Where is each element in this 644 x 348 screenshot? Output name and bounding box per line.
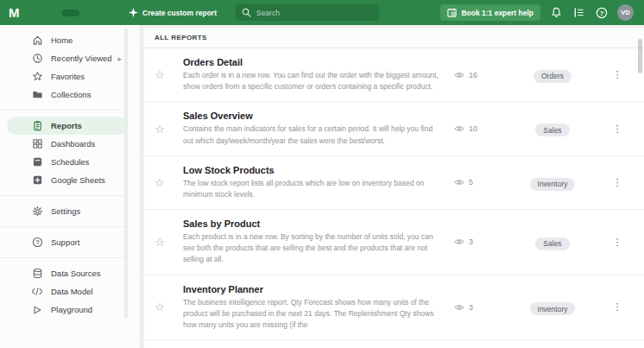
book-expert-help-button[interactable]: Book 1:1 expert help bbox=[440, 4, 540, 21]
kebab-menu-button[interactable]: ⋮ bbox=[597, 237, 637, 248]
google-sheets-icon bbox=[31, 174, 43, 186]
user-avatar[interactable]: VD bbox=[617, 4, 634, 21]
sidebar-item-label: Data Model bbox=[51, 287, 93, 296]
report-tag[interactable]: Orders bbox=[534, 70, 571, 83]
search-input[interactable] bbox=[256, 9, 373, 17]
changelog-icon[interactable] bbox=[572, 6, 585, 19]
sidebar-item[interactable]: Home bbox=[7, 31, 128, 49]
sidebar-item[interactable]: Collections bbox=[7, 85, 128, 104]
eye-icon bbox=[454, 178, 464, 187]
tag-wrap: Inventory bbox=[508, 174, 597, 191]
main-content: ALL REPORTS ☆ Orders Detail Each order i… bbox=[141, 25, 644, 348]
report-description: The business intelligence report. Qty Fo… bbox=[183, 297, 444, 332]
report-row[interactable]: ☆ Inventory by Location Inventory pivote… bbox=[144, 340, 644, 348]
eye-icon bbox=[454, 303, 464, 312]
favorite-star-icon[interactable]: ☆ bbox=[153, 123, 167, 135]
sidebar-divider bbox=[0, 257, 126, 258]
top-nav bbox=[40, 9, 102, 16]
favorite-star-icon[interactable]: ☆ bbox=[153, 301, 167, 313]
sidebar-item-label: Data Sources bbox=[51, 269, 101, 278]
sidebar-divider bbox=[0, 110, 126, 111]
view-count: 3 bbox=[469, 303, 473, 312]
calendar-icon bbox=[447, 8, 457, 17]
kebab-menu-button[interactable]: ⋮ bbox=[597, 301, 637, 313]
sidebar-item[interactable]: Schedules bbox=[7, 153, 128, 171]
app-logo[interactable]: M bbox=[9, 5, 19, 20]
search-box[interactable] bbox=[236, 4, 379, 21]
book-expert-help-label: Book 1:1 expert help bbox=[461, 9, 534, 17]
sidebar-item[interactable]: Playground bbox=[7, 301, 128, 319]
schedules-icon bbox=[31, 156, 43, 168]
top-nav-item[interactable] bbox=[62, 9, 79, 16]
report-text: Inventory Planner The business intellige… bbox=[183, 284, 454, 332]
sidebar-item[interactable]: Settings bbox=[7, 202, 128, 220]
sidebar-item-label: Recently Viewed bbox=[51, 54, 112, 63]
report-row[interactable]: ☆ Sales Overview Contains the main indic… bbox=[144, 102, 644, 155]
code-icon bbox=[31, 286, 43, 297]
report-tag[interactable]: Sales bbox=[535, 237, 569, 250]
help-icon[interactable]: ? bbox=[595, 6, 608, 19]
tag-wrap: Sales bbox=[508, 234, 597, 250]
main-scrollbar-thumb[interactable] bbox=[638, 39, 642, 73]
create-custom-report-button[interactable]: Create custom report bbox=[128, 8, 217, 18]
sidebar-item[interactable]: Data Model bbox=[7, 282, 128, 301]
report-views: 16 bbox=[454, 71, 508, 79]
report-description: Each product is in a new row. By sorting… bbox=[183, 231, 444, 266]
report-tag[interactable]: Inventory bbox=[530, 302, 576, 315]
sidebar-item-label: Home bbox=[51, 35, 73, 45]
reports-panel: ALL REPORTS ☆ Orders Detail Each order i… bbox=[144, 28, 644, 348]
support-help-icon: ? bbox=[31, 237, 43, 248]
favorite-star-icon[interactable]: ☆ bbox=[153, 237, 167, 248]
topbar-right: Book 1:1 expert help ? VD bbox=[440, 4, 634, 21]
top-nav-item[interactable] bbox=[40, 9, 57, 16]
sidebar-item[interactable]: ? Support bbox=[7, 233, 128, 251]
favorite-star-icon[interactable]: ☆ bbox=[153, 177, 167, 188]
top-nav-item[interactable] bbox=[85, 9, 102, 16]
sidebar-item[interactable]: Favorites bbox=[7, 67, 128, 85]
sidebar-item[interactable]: Google Sheets bbox=[7, 171, 128, 189]
report-tag[interactable]: Inventory bbox=[530, 178, 576, 191]
sidebar-item[interactable]: Dashboards bbox=[7, 135, 128, 153]
create-custom-report-label: Create custom report bbox=[142, 9, 217, 17]
sidebar-item[interactable]: Recently Viewed ▸ bbox=[7, 49, 128, 67]
sidebar: Home Recently Viewed ▸ Favorites Collect… bbox=[0, 25, 141, 348]
eye-icon bbox=[454, 71, 464, 79]
sidebar-item-label: Favorites bbox=[51, 72, 85, 81]
report-title[interactable]: Sales Overview bbox=[183, 111, 444, 121]
report-description: The low stock report lists all products … bbox=[183, 178, 444, 200]
report-description: Each order is in a new row. You can find… bbox=[183, 70, 444, 92]
kebab-menu-button[interactable]: ⋮ bbox=[597, 123, 637, 135]
sidebar-item[interactable]: Data Sources bbox=[7, 264, 128, 282]
report-description: Contains the main indicators for sales f… bbox=[183, 123, 444, 146]
view-count: 10 bbox=[469, 124, 477, 133]
eye-icon bbox=[454, 124, 464, 133]
kebab-menu-button[interactable]: ⋮ bbox=[597, 177, 637, 188]
kebab-menu-button[interactable]: ⋮ bbox=[597, 69, 637, 80]
report-row[interactable]: ☆ Sales by Product Each product is in a … bbox=[144, 210, 644, 275]
report-title[interactable]: Sales by Product bbox=[183, 218, 444, 229]
svg-text:?: ? bbox=[599, 9, 603, 16]
report-row[interactable]: ☆ Inventory Planner The business intelli… bbox=[144, 275, 644, 341]
report-tag[interactable]: Sales bbox=[535, 123, 569, 136]
report-row[interactable]: ☆ Low Stock Products The low stock repor… bbox=[144, 156, 644, 210]
sidebar-item[interactable]: Reports bbox=[7, 117, 128, 135]
page-title: ALL REPORTS bbox=[144, 28, 644, 48]
sidebar-item-label: Dashboards bbox=[51, 139, 95, 149]
report-title[interactable]: Low Stock Products bbox=[183, 165, 444, 175]
report-title[interactable]: Orders Detail bbox=[183, 57, 444, 67]
home-icon bbox=[31, 35, 43, 46]
favorite-star-icon[interactable]: ☆ bbox=[153, 69, 167, 80]
report-views: 10 bbox=[454, 124, 508, 133]
tag-wrap: Inventory bbox=[508, 300, 597, 316]
report-text: Sales Overview Contains the main indicat… bbox=[183, 111, 454, 146]
report-title[interactable]: Inventory Planner bbox=[183, 284, 444, 294]
notifications-bell-icon[interactable] bbox=[550, 6, 563, 19]
play-icon bbox=[31, 305, 43, 315]
sparkle-icon bbox=[128, 8, 138, 18]
sidebar-scrollbar-thumb[interactable] bbox=[124, 28, 128, 319]
report-row[interactable]: ☆ Orders Detail Each order is in a new r… bbox=[144, 48, 644, 102]
sidebar-item-label: Collections bbox=[51, 90, 91, 99]
report-views: 3 bbox=[454, 303, 508, 312]
sidebar-item-label: Google Sheets bbox=[51, 175, 105, 185]
tag-wrap: Sales bbox=[508, 121, 597, 137]
